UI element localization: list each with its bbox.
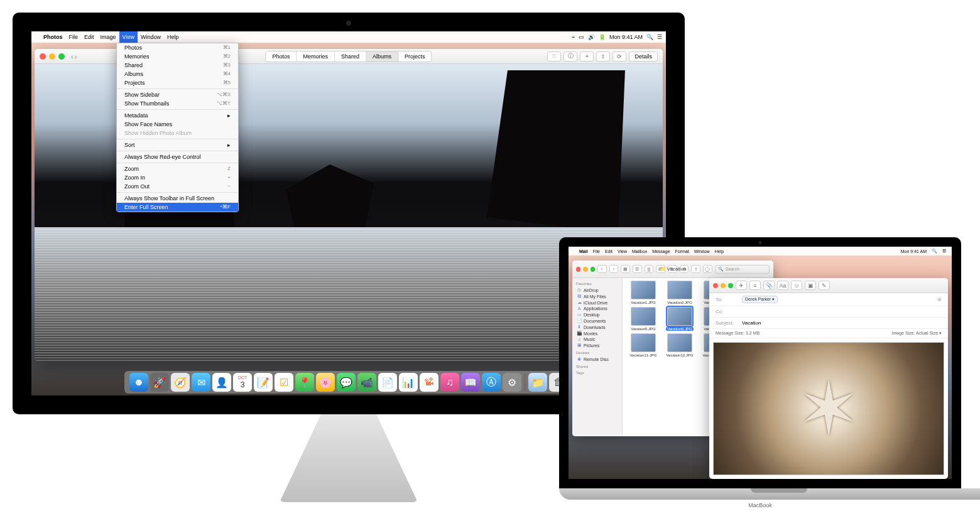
dock-numbers-icon[interactable]: 📊 bbox=[399, 373, 418, 392]
view-columns-icon[interactable]: ||| bbox=[645, 265, 654, 273]
mail-body[interactable]: ✶ bbox=[709, 338, 948, 479]
menu-item-show-sidebar[interactable]: Show Sidebar⌥⌘S bbox=[117, 90, 238, 99]
menu-format[interactable]: Format bbox=[673, 249, 692, 254]
file-item[interactable]: Vacation12.JPG bbox=[663, 333, 697, 357]
dock-calendar-icon[interactable]: OCT3 bbox=[233, 373, 252, 392]
segment-projects[interactable]: Projects bbox=[398, 51, 432, 62]
volume-icon[interactable]: 🔊 bbox=[588, 34, 595, 40]
menu-item-sort[interactable]: Sort bbox=[117, 141, 238, 149]
spotlight-icon[interactable]: 🔍 bbox=[929, 249, 940, 254]
menu-item-show-face-names[interactable]: Show Face Names bbox=[117, 120, 238, 129]
close-icon[interactable] bbox=[576, 267, 580, 272]
file-item[interactable]: Vacation5.JPG bbox=[626, 307, 660, 331]
cc-field[interactable]: Cc: bbox=[709, 306, 948, 318]
segment-memories[interactable]: Memories bbox=[297, 51, 335, 62]
file-item[interactable]: Vacation1.JPG bbox=[626, 281, 660, 304]
file-item-selected[interactable]: Vacation6.JPG bbox=[663, 307, 697, 331]
dock-launchpad-icon[interactable]: 🚀 bbox=[150, 373, 169, 392]
minimize-icon[interactable] bbox=[721, 283, 726, 288]
dock-pages-icon[interactable]: 📄 bbox=[378, 373, 397, 392]
sidebar-item-documents[interactable]: 📄Documents bbox=[575, 318, 619, 324]
menu-mailbox[interactable]: Mailbox bbox=[629, 249, 650, 254]
segment-albums[interactable]: Albums bbox=[366, 51, 398, 62]
battery-icon[interactable]: 🔋 bbox=[599, 34, 606, 40]
menu-help[interactable]: Help bbox=[164, 31, 182, 43]
details-button[interactable]: Details bbox=[629, 51, 658, 62]
menubar-app-name[interactable]: Photos bbox=[40, 31, 66, 43]
menu-item-show-thumbnails[interactable]: Show Thumbnails⌥⌘T bbox=[117, 99, 238, 108]
notification-center-icon[interactable]: ☰ bbox=[940, 249, 949, 254]
info-icon[interactable]: ⓘ bbox=[564, 51, 577, 62]
dock-ibooks-icon[interactable]: 📖 bbox=[461, 373, 480, 392]
menu-message[interactable]: Message bbox=[650, 249, 672, 254]
sidebar-item-downloads[interactable]: ⬇Downloads bbox=[575, 324, 619, 330]
sidebar-item-airdrop[interactable]: ◎AirDrop bbox=[575, 287, 619, 293]
menu-window[interactable]: Window bbox=[138, 31, 164, 43]
notification-center-icon[interactable]: ☰ bbox=[657, 34, 662, 40]
dock-itunes-icon[interactable]: ♫ bbox=[440, 373, 459, 392]
sidebar-item-pictures[interactable]: ▣Pictures bbox=[575, 342, 619, 348]
segment-shared[interactable]: Shared bbox=[335, 51, 366, 62]
menu-item-memories[interactable]: Memories⌘2 bbox=[117, 52, 238, 61]
share-icon[interactable]: ⇧ bbox=[691, 265, 700, 273]
attached-image[interactable]: ✶ bbox=[713, 342, 944, 475]
menu-edit[interactable]: Edit bbox=[81, 31, 97, 43]
dock-settings-icon[interactable]: ⚙︎ bbox=[503, 373, 521, 392]
menu-item-zoom-out[interactable]: Zoom Out− bbox=[117, 182, 238, 191]
menu-item-zoom-in[interactable]: Zoom In+ bbox=[117, 173, 238, 182]
menu-view[interactable]: View bbox=[119, 31, 138, 43]
menu-help[interactable]: Help bbox=[712, 249, 726, 254]
tags-icon[interactable]: ◯ bbox=[703, 265, 712, 273]
menu-item-zoom[interactable]: ZoomZ bbox=[117, 164, 238, 173]
dock-reminders-icon[interactable]: ☑︎ bbox=[275, 373, 293, 392]
favorite-icon[interactable]: ♡ bbox=[547, 51, 561, 62]
attach-icon[interactable]: 📎 bbox=[763, 281, 775, 290]
dock-facetime-icon[interactable]: 📹 bbox=[357, 373, 376, 392]
share-icon[interactable]: ⇧ bbox=[596, 51, 610, 62]
sidebar-item-allfiles[interactable]: ▤All My Files bbox=[575, 293, 619, 299]
send-icon[interactable]: ✈︎ bbox=[736, 281, 747, 290]
dock-maps-icon[interactable]: 📍 bbox=[295, 373, 314, 392]
to-field[interactable]: To: Derek Parker ▾ ⊕ bbox=[709, 293, 948, 306]
menu-view[interactable]: View bbox=[615, 249, 629, 254]
close-icon[interactable] bbox=[713, 283, 718, 288]
fullscreen-icon[interactable] bbox=[728, 283, 733, 288]
sidebar-item-desktop[interactable]: ▭Desktop bbox=[575, 311, 619, 318]
sidebar-item-applications[interactable]: AApplications bbox=[575, 306, 619, 311]
subject-field[interactable]: Subject: Vacation bbox=[709, 318, 948, 329]
minimize-icon[interactable] bbox=[49, 53, 55, 60]
menu-item-toolbar-fullscreen[interactable]: Always Show Toolbar in Full Screen bbox=[117, 194, 238, 203]
forward-button[interactable]: › bbox=[609, 265, 619, 273]
menu-item-metadata[interactable]: Metadata bbox=[117, 111, 238, 120]
menu-item-albums[interactable]: Albums⌘4 bbox=[117, 70, 238, 78]
close-icon[interactable] bbox=[40, 53, 46, 60]
wifi-icon[interactable]: ⌁ bbox=[572, 34, 575, 40]
back-button[interactable]: ‹ bbox=[597, 265, 607, 273]
menu-item-redeye[interactable]: Always Show Red-eye Control bbox=[117, 153, 238, 161]
file-item[interactable]: Vacation11.JPG bbox=[626, 333, 660, 357]
menu-item-shared[interactable]: Shared⌘3 bbox=[117, 61, 238, 70]
menu-window[interactable]: Window bbox=[692, 249, 712, 254]
clock[interactable]: Mon 9:41 AM bbox=[898, 249, 929, 254]
rotate-icon[interactable]: ⟳ bbox=[612, 51, 626, 62]
clock[interactable]: Mon 9:41 AM bbox=[609, 34, 643, 40]
recipient-chip[interactable]: Derek Parker ▾ bbox=[742, 296, 778, 303]
sidebar-item-remotedisc[interactable]: ◉Remote Disc bbox=[575, 356, 619, 362]
format-icon[interactable]: Aa bbox=[777, 281, 788, 290]
header-fields-icon[interactable]: ≡ bbox=[749, 281, 761, 290]
search-input[interactable]: 🔍Search bbox=[715, 265, 770, 274]
sidebar-item-icloud[interactable]: ☁iCloud Drive bbox=[575, 299, 619, 306]
segment-photos[interactable]: Photos bbox=[266, 51, 297, 62]
dock-contacts-icon[interactable]: 👤 bbox=[212, 373, 231, 392]
emoji-icon[interactable]: ☺ bbox=[791, 281, 802, 290]
file-item[interactable]: Vacation2.JPG bbox=[663, 281, 697, 304]
fullscreen-icon[interactable] bbox=[58, 53, 65, 60]
menu-item-photos[interactable]: Photos⌘1 bbox=[117, 43, 238, 52]
dock-photos-icon[interactable]: 🌸 bbox=[316, 373, 335, 392]
forward-button[interactable]: › bbox=[75, 53, 77, 60]
spotlight-icon[interactable]: 🔍 bbox=[646, 34, 653, 40]
add-recipient-icon[interactable]: ⊕ bbox=[937, 297, 942, 303]
sidebar-item-music[interactable]: ♫Music bbox=[575, 336, 619, 342]
minimize-icon[interactable] bbox=[583, 267, 587, 272]
sidebar-item-movies[interactable]: 🎬Movies bbox=[575, 330, 619, 336]
